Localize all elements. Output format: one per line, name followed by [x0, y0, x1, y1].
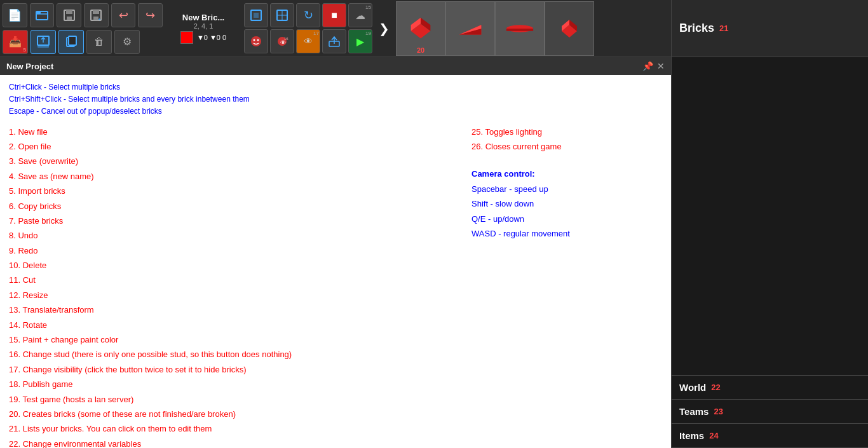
items-item[interactable]: Items 24 — [672, 424, 868, 448]
test-badge: 19 — [365, 31, 371, 36]
publish-button[interactable] — [322, 29, 346, 53]
copy-button[interactable] — [58, 30, 84, 54]
close-icon[interactable]: ✕ — [657, 61, 665, 71]
select-tool-button[interactable] — [244, 3, 268, 27]
paint-color-button[interactable]: ■ — [322, 3, 346, 27]
right-panel-footer: World 22 Teams 23 Items 24 — [672, 375, 868, 448]
svg-rect-32 — [506, 29, 533, 31]
help-19: 19. Test game (hosts a lan server) — [9, 392, 452, 407]
brick-shape-flat — [504, 13, 536, 44]
save-as-button[interactable]: + — [84, 3, 109, 27]
brick-thumb-flat[interactable] — [495, 1, 545, 56]
test-game-button[interactable]: ▶ 19 — [348, 29, 372, 53]
svg-rect-1 — [36, 11, 41, 14]
shortcut-hints: Ctrl+Click - Select multiple bricks Ctrl… — [9, 81, 662, 118]
brick-shape-cube — [405, 13, 437, 44]
world-label: World — [679, 382, 706, 393]
cloud-badge: 15 — [365, 4, 371, 10]
camera-shift: Shift - slow down — [471, 196, 662, 211]
rotate-button[interactable]: ↻ — [296, 3, 320, 27]
help-4: 4. Save as (new name) — [9, 169, 452, 184]
help-right-column: 25. Toggles lighting 26. Closes current … — [471, 125, 662, 448]
extra-button[interactable]: ⚙ — [114, 30, 140, 54]
help-26: 26. Closes current game — [471, 139, 662, 154]
svg-rect-4 — [67, 17, 72, 20]
titlebar-icons: 📌 ✕ — [642, 61, 665, 71]
brick-shape-wedge — [454, 13, 486, 44]
face-tool-button[interactable] — [244, 29, 268, 53]
visibility-button[interactable]: 👁 17 — [296, 29, 320, 53]
brick-thumb-20[interactable]: 20 — [396, 1, 445, 56]
help-22: 22. Change environmental variables — [9, 437, 452, 448]
help-17: 17. Change visibility (click the button … — [9, 362, 452, 377]
help-16: 16. Change stud (there is only one possi… — [9, 347, 452, 362]
import-button[interactable]: 📥 5 — [3, 30, 28, 54]
coords-display: 2, 4, 1 — [194, 22, 214, 30]
help-21: 21. Lists your bricks. You can click on … — [9, 421, 452, 436]
cloud-button[interactable]: ☁ 15 — [348, 3, 372, 27]
save-button[interactable] — [57, 3, 81, 27]
pin-icon[interactable]: 📌 — [642, 61, 653, 71]
project-window: New Project 📌 ✕ Ctrl+Click - Select mult… — [0, 57, 671, 448]
camera-wasd: WASD - regular movement — [471, 226, 662, 241]
svg-text:+: + — [98, 17, 101, 22]
project-titlebar: New Project 📌 ✕ — [0, 57, 671, 75]
color-swatch[interactable] — [180, 31, 193, 44]
world-num: 22 — [711, 383, 720, 392]
project-name-display: New Bric... — [182, 13, 224, 22]
open-file-button[interactable] — [30, 3, 55, 27]
help-11: 11. Cut — [9, 273, 452, 287]
toolbar-row-1: 📄 + ↩ ↪ — [3, 3, 163, 27]
svg-point-19 — [254, 39, 255, 41]
brick-thumb-wedge[interactable] — [445, 1, 495, 56]
help-13: 13. Translate/transform — [9, 302, 452, 317]
brick-num-20: 20 — [417, 46, 424, 54]
svg-rect-12 — [69, 36, 76, 45]
teams-item[interactable]: Teams 23 — [672, 400, 868, 424]
help-5: 5. Import bricks — [9, 184, 452, 198]
hint-3: Escape - Cancel out of popup/deselect br… — [9, 105, 662, 118]
help-25: 25. Toggles lighting — [471, 125, 662, 139]
svg-text:16: 16 — [284, 37, 288, 41]
teams-num: 23 — [714, 407, 722, 416]
main-content-area: New Project 📌 ✕ Ctrl+Click - Select mult… — [0, 57, 671, 448]
project-title: New Project — [6, 62, 53, 71]
redo-button[interactable]: ↪ — [138, 3, 163, 27]
world-item[interactable]: World 22 — [672, 376, 868, 400]
svg-rect-6 — [93, 10, 99, 14]
teams-label: Teams — [679, 406, 709, 417]
bricks-num-21: 21 — [719, 24, 728, 33]
stud-button[interactable]: 👁 16 — [270, 29, 294, 53]
items-num: 24 — [709, 431, 718, 440]
camera-qe: Q/E - up/down — [471, 212, 662, 226]
toolbar-left-buttons: 📄 + ↩ ↪ 📥 5 — [0, 1, 165, 57]
brick-thumbnails: 20 — [396, 1, 594, 56]
new-file-button[interactable]: 📄 — [3, 3, 27, 27]
color-pos-row: ▼0 ▼0 0 — [180, 31, 226, 44]
middle-toolbar: ↻ ■ ☁ 15 👁 16 👁 17 — [241, 1, 375, 56]
help-7: 7. Paste bricks — [9, 214, 452, 228]
right-panel-header: Bricks 21 — [672, 0, 868, 57]
toolbar-center: New Bric... 2, 4, 1 ▼0 ▼0 0 — [165, 10, 241, 46]
project-content: Ctrl+Click - Select multiple bricks Ctrl… — [0, 75, 671, 448]
middle-row-1: ↻ ■ ☁ 15 — [244, 3, 372, 27]
brick-thumb-small[interactable] — [545, 1, 594, 56]
help-9: 9. Redo — [9, 243, 452, 258]
export-button[interactable] — [31, 30, 56, 54]
help-10: 10. Delete — [9, 258, 452, 273]
network-button[interactable] — [270, 3, 294, 27]
nav-left-arrow[interactable]: ❯ — [375, 21, 393, 36]
help-15: 15. Paint + change paint color — [9, 332, 452, 347]
visibility-badge: 17 — [313, 31, 319, 36]
delete-button[interactable]: 🗑 — [86, 30, 112, 54]
help-18: 18. Publish game — [9, 377, 452, 391]
right-panel-brick-list[interactable] — [672, 57, 868, 375]
undo-button[interactable]: ↩ — [111, 3, 136, 27]
items-label: Items — [679, 430, 704, 441]
svg-point-18 — [251, 36, 261, 46]
svg-rect-3 — [66, 10, 72, 14]
right-panel: Bricks 21 World 22 Teams 23 Items 24 — [671, 0, 868, 448]
camera-header: Camera control: — [471, 166, 662, 181]
camera-spacebar: Spacebar - speed up — [471, 182, 662, 196]
help-12: 12. Resize — [9, 288, 452, 302]
